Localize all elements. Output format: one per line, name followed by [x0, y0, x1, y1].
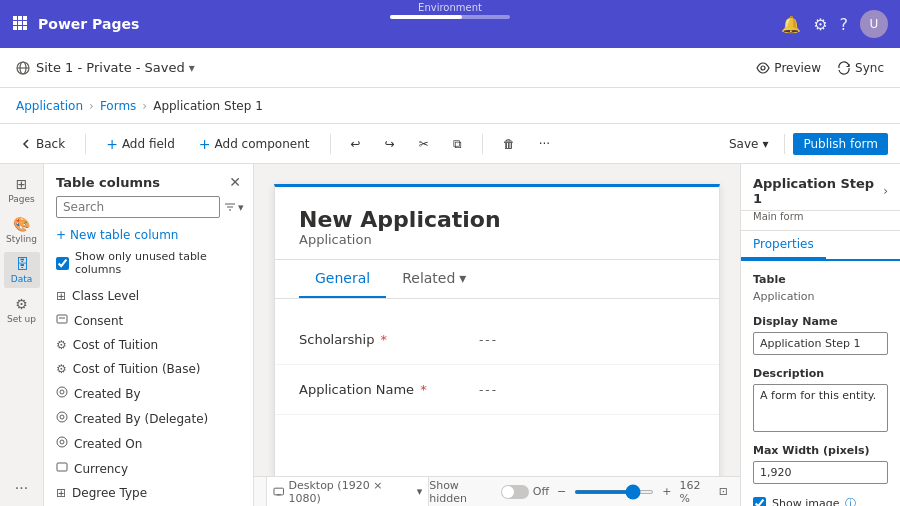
show-image-checkbox[interactable] — [753, 497, 766, 506]
filter-button[interactable]: ▾ — [224, 201, 244, 214]
toolbar-sep3 — [482, 134, 483, 154]
svg-rect-5 — [23, 21, 27, 25]
form-tabs: General Related ▾ — [275, 260, 719, 299]
new-table-column-button[interactable]: + New table column — [44, 226, 253, 248]
pages-icon: ⊞ — [16, 176, 28, 192]
column-name: Consent — [74, 314, 123, 328]
show-unused-checkbox[interactable] — [56, 257, 69, 270]
site-bar-right: Preview Sync — [756, 61, 884, 75]
general-section-footer: General — [275, 451, 719, 476]
sidebar-close-button[interactable]: ✕ — [229, 174, 241, 190]
svg-rect-2 — [23, 16, 27, 20]
display-name-input[interactable] — [753, 332, 888, 355]
undo-button[interactable]: ↩ — [343, 133, 369, 155]
avatar[interactable]: U — [860, 10, 888, 38]
add-component-button[interactable]: + Add component — [191, 132, 318, 156]
grid-icon[interactable] — [12, 15, 28, 34]
environment-indicator: Environment — [390, 2, 510, 19]
sidebar-item-pages[interactable]: ⊞ Pages — [4, 172, 40, 208]
sidebar-item-more[interactable]: ··· — [4, 470, 40, 506]
preview-button[interactable]: Preview — [756, 61, 821, 75]
breadcrumb-forms[interactable]: Forms — [100, 99, 136, 113]
column-type-icon — [56, 386, 68, 401]
table-columns-panel: Table columns ✕ ▾ + New table column Sho… — [44, 164, 254, 506]
copy-button[interactable]: ⧉ — [445, 133, 470, 155]
sidebar-item-styling[interactable]: 🎨 Styling — [4, 212, 40, 248]
column-name: Cost of Tuition (Base) — [73, 362, 201, 376]
scholarship-value: --- — [479, 333, 498, 347]
help-icon[interactable]: ? — [840, 15, 849, 34]
fit-screen-icon[interactable]: ⊡ — [719, 485, 728, 498]
list-item[interactable]: ⚙ Cost of Tuition (Base) — [44, 357, 253, 381]
settings-icon[interactable]: ⚙ — [813, 15, 827, 34]
list-item[interactable]: Created On — [44, 431, 253, 456]
column-name: Created On — [74, 437, 142, 451]
setup-icon: ⚙ — [15, 296, 28, 312]
site-bar: Site 1 - Private - Saved ▾ Preview Sync — [0, 48, 900, 88]
column-type-icon — [56, 436, 68, 451]
site-dropdown-icon[interactable]: ▾ — [189, 61, 195, 75]
save-dropdown-icon[interactable]: ▾ — [762, 137, 768, 151]
toggle-track[interactable] — [501, 485, 529, 499]
list-item[interactable]: Created By — [44, 381, 253, 406]
data-icon: 🗄 — [15, 256, 29, 272]
main-layout: ⊞ Pages 🎨 Styling 🗄 Data ⚙ Set up ··· Ta… — [0, 164, 900, 506]
related-dropdown-icon: ▾ — [459, 270, 466, 286]
list-item[interactable]: ⊞ Degree Type — [44, 481, 253, 505]
add-field-button[interactable]: + Add field — [98, 132, 183, 156]
breadcrumb-application[interactable]: Application — [16, 99, 83, 113]
appname-value: --- — [479, 383, 498, 397]
save-button[interactable]: Save ▾ — [721, 133, 777, 155]
svg-point-17 — [57, 412, 67, 422]
tab-general[interactable]: General — [299, 260, 386, 298]
show-image-info-icon[interactable]: ⓘ — [845, 496, 856, 506]
list-item[interactable]: Created By (Delegate) — [44, 406, 253, 431]
show-hidden-label: Show hidden — [429, 479, 493, 505]
search-input[interactable] — [56, 196, 220, 218]
form-fields: Scholarship * --- Application Name * --- — [275, 299, 719, 431]
tab-related[interactable]: Related ▾ — [386, 260, 482, 298]
form-subtitle: Application — [299, 232, 695, 247]
bell-icon[interactable]: 🔔 — [781, 15, 801, 34]
svg-rect-13 — [57, 315, 67, 323]
list-item[interactable]: ⊞ Class Level — [44, 284, 253, 308]
scholarship-label: Scholarship * — [299, 332, 479, 347]
right-panel: Application Step 1 › Main form Propertie… — [740, 164, 900, 506]
tab-properties[interactable]: Properties — [741, 231, 826, 259]
list-item[interactable]: Consent — [44, 308, 253, 333]
zoom-minus[interactable]: − — [557, 485, 566, 498]
zoom-plus[interactable]: + — [662, 485, 671, 498]
column-type-icon: ⚙ — [56, 338, 67, 352]
site-name: Site 1 - Private - Saved — [36, 60, 185, 75]
cut-button[interactable]: ✂ — [411, 133, 437, 155]
svg-point-20 — [60, 440, 64, 444]
svg-point-19 — [57, 437, 67, 447]
form-canvas: New Application Application General Rela… — [274, 184, 720, 476]
top-bar: Power Pages Environment 🔔 ⚙ ? U — [0, 0, 900, 48]
svg-rect-6 — [13, 26, 17, 30]
description-textarea[interactable]: A form for this entity. — [753, 384, 888, 432]
sidebar-item-setup[interactable]: ⚙ Set up — [4, 292, 40, 328]
show-hidden-toggle[interactable]: Off — [501, 485, 549, 499]
show-image-row: Show image ⓘ — [753, 496, 888, 506]
sync-button[interactable]: Sync — [837, 61, 884, 75]
list-item[interactable]: Currency — [44, 456, 253, 481]
back-button[interactable]: Back — [12, 133, 73, 155]
right-panel-expand-icon[interactable]: › — [883, 184, 888, 198]
env-label: Environment — [390, 2, 510, 13]
redo-button[interactable]: ↪ — [377, 133, 403, 155]
sidebar-item-data[interactable]: 🗄 Data — [4, 252, 40, 288]
breadcrumb: Application › Forms › Application Step 1 — [0, 88, 900, 124]
delete-button[interactable]: 🗑 — [495, 133, 523, 155]
app-title: Power Pages — [38, 16, 139, 32]
svg-rect-30 — [274, 488, 284, 495]
form-header: New Application Application — [275, 187, 719, 260]
svg-point-15 — [57, 387, 67, 397]
list-item[interactable]: ⚙ Cost of Tuition — [44, 333, 253, 357]
device-selector[interactable]: Desktop (1920 × 1080) ▾ — [266, 476, 429, 507]
publish-button[interactable]: Publish form — [793, 133, 888, 155]
max-width-input[interactable] — [753, 461, 888, 484]
scholarship-required: * — [381, 332, 388, 347]
more-button[interactable]: ··· — [531, 133, 558, 155]
zoom-slider[interactable] — [574, 490, 654, 494]
